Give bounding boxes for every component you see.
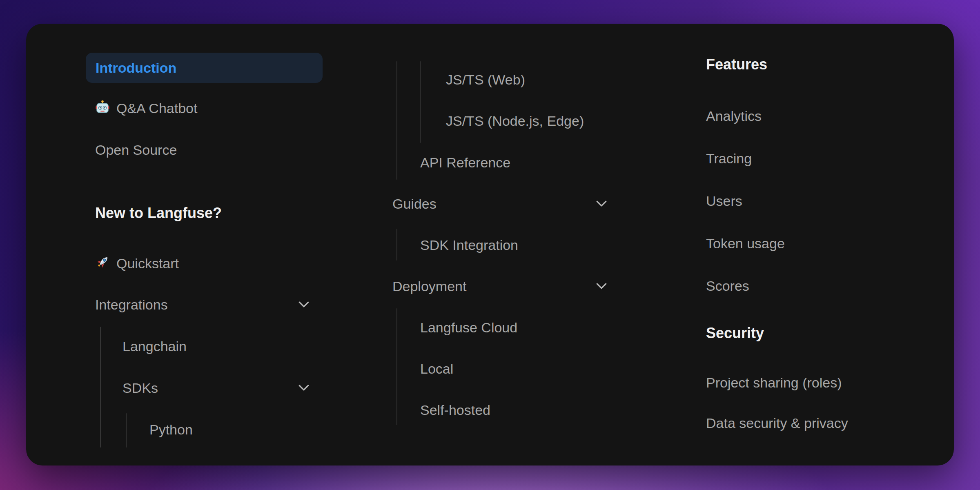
nav-item-users[interactable]: Users [706, 180, 742, 221]
nav-item-jsts-web[interactable]: JS/TS (Web) [446, 59, 525, 100]
nav-item-tracing[interactable]: Tracing [706, 138, 752, 179]
nav-item-token-usage[interactable]: Token usage [706, 223, 785, 264]
nav-item-label: Deployment [392, 279, 466, 293]
nav-item-jsts-node-edge[interactable]: JS/TS (Node.js, Edge) [446, 100, 584, 141]
section-header-new-to-langfuse: New to Langfuse? [95, 192, 222, 234]
nav-item-label: SDKs [122, 381, 158, 395]
section-header-label: Security [706, 326, 764, 341]
nav-item-label: Guides [392, 197, 437, 211]
nav-item-self-hosted[interactable]: Self-hosted [420, 389, 490, 430]
chevron-down-icon [596, 283, 607, 289]
section-header-features: Features [706, 44, 767, 85]
nav-item-label: JS/TS (Web) [446, 73, 525, 87]
nav-item-local[interactable]: Local [420, 348, 453, 389]
nav-item-label: Local [420, 362, 453, 376]
section-header-label: New to Langfuse? [95, 206, 222, 220]
nav-item-label: Langchain [122, 339, 187, 353]
nesting-guide-line [126, 413, 127, 448]
nav-item-label: Quickstart [116, 256, 179, 270]
nav-item-guides[interactable]: Guides [392, 183, 607, 224]
chevron-down-icon [596, 200, 607, 207]
nav-item-label: Open Source [95, 143, 177, 157]
nav-item-label: Analytics [706, 109, 762, 123]
nav-item-langfuse-cloud[interactable]: Langfuse Cloud [420, 307, 517, 348]
nav-item-label: Introduction [96, 61, 176, 75]
nav-item-label: Python [149, 423, 193, 437]
nav-item-langchain[interactable]: Langchain [122, 325, 187, 367]
nav-item-label: Users [706, 194, 742, 208]
nav-item-label: Q&A Chatbot [116, 101, 197, 115]
nav-item-label: Scores [706, 279, 749, 293]
nav-item-qa-chatbot[interactable]: Q&A Chatbot [95, 87, 197, 129]
nav-item-data-security-privacy[interactable]: Data security & privacy [706, 402, 848, 443]
chevron-down-icon [298, 385, 309, 391]
nav-item-introduction[interactable]: Introduction [86, 53, 323, 83]
rocket-emoji-icon [95, 255, 110, 272]
nav-item-label: Tracing [706, 151, 752, 165]
nesting-guide-line [100, 327, 101, 448]
nav-item-sdk-integration[interactable]: SDK Integration [420, 224, 518, 265]
nav-item-integrations[interactable]: Integrations [95, 284, 309, 325]
nav-item-label: JS/TS (Node.js, Edge) [446, 114, 584, 128]
nav-item-label: Langfuse Cloud [420, 321, 517, 334]
nesting-guide-line [396, 229, 397, 261]
nav-item-label: Project sharing (roles) [706, 376, 842, 390]
nav-item-label: Integrations [95, 298, 168, 312]
nav-item-scores[interactable]: Scores [706, 265, 749, 306]
nav-item-open-source[interactable]: Open Source [95, 129, 177, 170]
nav-item-label: Data security & privacy [706, 416, 848, 430]
nesting-guide-line [396, 61, 397, 180]
nav-item-quickstart[interactable]: Quickstart [95, 243, 179, 284]
nav-item-api-reference[interactable]: API Reference [420, 142, 510, 183]
screenshot-canvas: Introduction Q&A Chatbot [0, 0, 980, 490]
section-header-label: Features [706, 57, 767, 72]
nav-item-label: SDK Integration [420, 238, 518, 252]
section-header-security: Security [706, 312, 764, 354]
chevron-down-icon [298, 301, 309, 307]
nav-item-label: API Reference [420, 156, 510, 169]
robot-emoji-icon [95, 100, 110, 116]
nav-item-project-sharing[interactable]: Project sharing (roles) [706, 362, 842, 403]
nav-item-python[interactable]: Python [149, 409, 193, 450]
nav-item-label: Self-hosted [420, 403, 490, 417]
nesting-guide-line [420, 61, 421, 143]
nesting-guide-line [396, 308, 397, 425]
nav-item-sdks[interactable]: SDKs [122, 367, 309, 408]
nav-item-analytics[interactable]: Analytics [706, 95, 762, 136]
nav-item-label: Token usage [706, 236, 785, 250]
nav-item-deployment[interactable]: Deployment [392, 265, 607, 307]
